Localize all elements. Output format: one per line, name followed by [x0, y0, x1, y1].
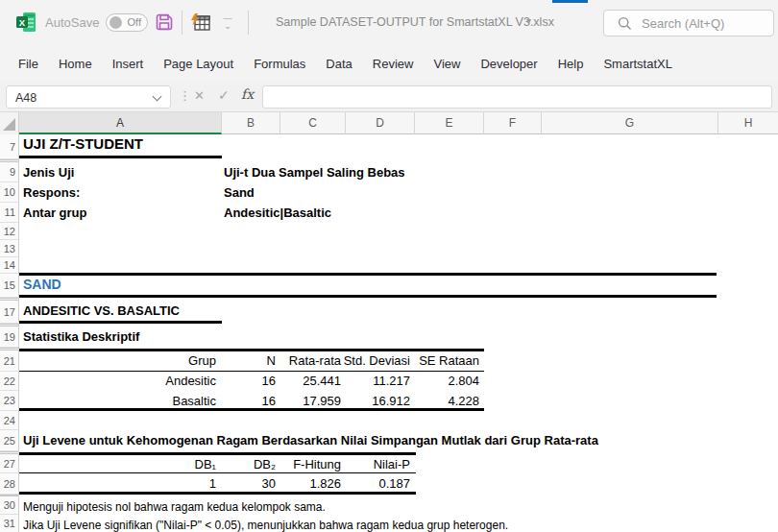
row-header-21[interactable]: 21 [0, 351, 18, 372]
autosave-state: Off [128, 16, 141, 28]
row-header-14[interactable]: 14 [0, 257, 18, 274]
column-header-F[interactable]: F [484, 112, 542, 134]
border-levene-table-top [19, 452, 416, 455]
cell-levene-title[interactable]: Uji Levene untuk Kehomogenan Ragam Berda… [23, 433, 598, 448]
row-header-7[interactable]: 7 [0, 134, 18, 159]
svg-text:X: X [19, 17, 26, 28]
smartstat-table-icon[interactable] [189, 12, 212, 35]
cell-meta-value[interactable]: Sand [224, 185, 255, 201]
cell-levene-value[interactable]: 30 [222, 476, 276, 492]
cell-desc-value[interactable]: Basaltic [19, 394, 216, 409]
row-header-27[interactable]: 27 [0, 454, 18, 473]
tab-review[interactable]: Review [373, 57, 414, 71]
row-header-24[interactable]: 24 [0, 411, 18, 430]
cell-levene-header[interactable]: Nilai-P [336, 457, 410, 472]
column-header-A[interactable]: A [19, 112, 222, 134]
border-title-underline [19, 156, 222, 158]
search-icon [618, 16, 632, 31]
cell-descriptive-title[interactable]: Statistika Deskriptif [23, 329, 139, 345]
row-header-11[interactable]: 11 [0, 203, 18, 223]
tab-data[interactable]: Data [326, 57, 352, 71]
search-input[interactable] [642, 16, 766, 31]
border-desc-table-bottom [19, 408, 484, 411]
save-icon[interactable] [155, 12, 174, 32]
ribbon-tab-bar: File Home Insert Page Layout Formulas Da… [0, 45, 778, 82]
tab-smartstatxl[interactable]: SmartstatXL [603, 57, 672, 71]
row-header-15[interactable]: 15 [0, 274, 18, 298]
border-levene-header-underline [19, 472, 416, 473]
cell-levene-value[interactable]: 1.826 [269, 476, 341, 492]
row-header-13[interactable]: 13 [0, 240, 18, 257]
tab-page-layout[interactable]: Page Layout [163, 57, 233, 71]
cell-levene-header[interactable]: DB₁ [19, 457, 216, 472]
cell-desc-header[interactable]: SE Rataan [384, 353, 479, 369]
row-header-22[interactable]: 22 [0, 372, 18, 391]
cell-desc-value[interactable]: Andesitic [19, 374, 216, 389]
cell-levene-value[interactable]: 0.187 [336, 476, 410, 492]
cell-levene-header[interactable]: DB₂ [222, 457, 276, 472]
cell-report-title[interactable]: UJI Z/T-STUDENT [23, 136, 143, 152]
tab-developer[interactable]: Developer [480, 57, 537, 71]
tab-view[interactable]: View [433, 57, 460, 71]
cell-desc-header[interactable]: Grup [19, 353, 216, 369]
row-header-10[interactable]: 10 [0, 182, 18, 203]
column-header-B[interactable]: B [222, 112, 280, 134]
toolbar-divider [248, 11, 249, 35]
cell-meta-value[interactable]: Uji-t Dua Sampel Saling Bebas [224, 165, 405, 181]
cell-desc-value[interactable]: 16 [222, 374, 276, 389]
cell-desc-value[interactable]: 17.959 [269, 394, 341, 409]
border-desc-header-underline [19, 371, 484, 372]
row-header-12[interactable]: 12 [0, 223, 18, 240]
name-box-chevron-icon[interactable] [153, 92, 162, 102]
cell-desc-value[interactable]: 16 [222, 394, 276, 409]
tab-file[interactable]: File [18, 57, 38, 71]
document-title: Sample DATASET-OUTPUT for SmartstatXL V3… [276, 15, 554, 29]
cell-subsection-title[interactable]: ANDESITIC VS. BASALTIC [23, 303, 180, 319]
insert-function-icon[interactable]: fx [241, 86, 254, 102]
cell-meta-label[interactable]: Respons: [23, 185, 80, 201]
toolbar-divider [182, 11, 182, 35]
accent-strip [552, 0, 588, 3]
cell-meta-label[interactable]: Antar grup [23, 206, 86, 221]
row-header-19[interactable]: 19 [0, 326, 18, 348]
cell-meta-label[interactable]: Jenis Uji [23, 165, 74, 181]
cell-levene-value[interactable]: 1 [19, 476, 216, 492]
cell-levene-header[interactable]: F-Hitung [269, 457, 341, 472]
cell-note[interactable]: Jika Uji Levene signifikan ("Nilai-P" < … [23, 518, 508, 532]
tab-home[interactable]: Home [59, 57, 92, 71]
row-header-31[interactable]: 31 [0, 515, 18, 532]
tab-help[interactable]: Help [558, 57, 584, 71]
cell-note[interactable]: Menguji hipotesis nol bahwa ragam kedua … [23, 499, 326, 515]
tab-insert[interactable]: Insert [112, 57, 144, 71]
cell-desc-value[interactable]: 2.804 [403, 374, 479, 389]
row-header-28[interactable]: 28 [0, 473, 18, 495]
column-header-C[interactable]: C [280, 112, 346, 134]
column-header-H[interactable]: H [718, 112, 778, 134]
document-title-caret-icon[interactable]: ▾ [526, 15, 531, 26]
name-box[interactable]: A48 [6, 85, 171, 109]
row-header-30[interactable]: 30 [0, 496, 18, 515]
formula-input[interactable] [262, 85, 772, 109]
cell-desc-value[interactable]: 25.441 [269, 374, 341, 389]
column-header-G[interactable]: G [542, 112, 718, 134]
autosave-toggle[interactable]: Off [106, 13, 148, 32]
select-all-triangle-icon [3, 118, 15, 131]
row-header-9[interactable]: 9 [0, 162, 18, 182]
autosave-toggle-knob [109, 16, 122, 29]
search-box[interactable] [603, 10, 774, 36]
cell-desc-value[interactable]: 4.228 [403, 394, 479, 409]
row-header-17[interactable]: 17 [0, 301, 18, 324]
column-header-E[interactable]: E [415, 112, 484, 134]
select-all-corner[interactable] [0, 112, 19, 134]
cancel-icon[interactable]: ✕ [194, 88, 205, 103]
cell-section-banner[interactable]: SAND [23, 277, 61, 292]
tab-formulas[interactable]: Formulas [254, 57, 305, 71]
row-header-25[interactable]: 25 [0, 430, 18, 451]
enter-icon[interactable]: ✓ [218, 87, 230, 103]
cell-meta-value[interactable]: Andesitic|Basaltic [224, 206, 331, 221]
row-header-23[interactable]: 23 [0, 391, 18, 411]
cell-desc-value[interactable]: 16.912 [336, 394, 410, 409]
customize-toolbar-chevron-icon[interactable]: —⌄ [221, 14, 234, 30]
cell-desc-value[interactable]: 11.217 [336, 374, 410, 389]
column-header-D[interactable]: D [346, 112, 415, 134]
